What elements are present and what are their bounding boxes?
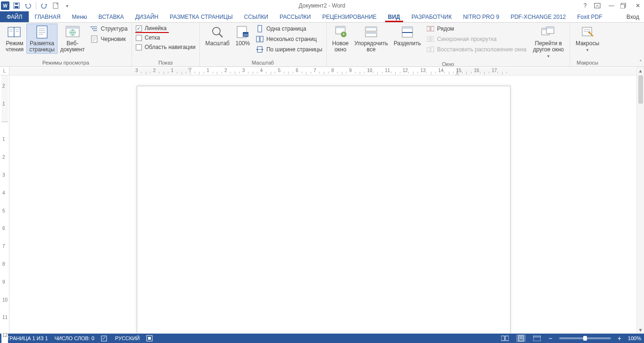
- page[interactable]: [137, 86, 511, 334]
- undo-button[interactable]: [24, 1, 32, 10]
- draft-label: Черновик: [101, 36, 126, 42]
- tab-pdfxchange[interactable]: PDF-XCHANGE 2012: [505, 11, 571, 22]
- view-read-mode-button[interactable]: [500, 335, 510, 342]
- ruler-checkbox[interactable]: ✓Линейка: [135, 24, 197, 32]
- read-mode-icon: [7, 24, 22, 40]
- one-page-icon: [256, 25, 264, 33]
- status-word-count[interactable]: ЧИСЛО СЛОВ: 0: [55, 335, 95, 341]
- draft-view-button[interactable]: Черновик: [90, 35, 129, 43]
- status-language[interactable]: РУССКИЙ: [115, 335, 140, 341]
- draft-icon: [91, 35, 98, 43]
- page-width-icon: [256, 46, 264, 53]
- nav-pane-checkbox[interactable]: Область навигации: [135, 43, 197, 51]
- tab-insert[interactable]: ВСТАВКА: [93, 11, 130, 22]
- zoom-out-button[interactable]: −: [548, 335, 552, 342]
- group-show: ✓Линейка Сетка Область навигации Показ: [132, 23, 200, 66]
- svg-rect-19: [66, 26, 79, 29]
- tab-file[interactable]: ФАЙЛ: [0, 11, 29, 22]
- zoom-100-button[interactable]: 100 100%: [232, 24, 253, 48]
- new-window-button[interactable]: + Новое окно: [330, 24, 352, 54]
- scroll-thumb[interactable]: [638, 75, 643, 104]
- side-by-side-icon: [427, 25, 434, 33]
- status-proofing[interactable]: [101, 335, 108, 342]
- ruler-corner[interactable]: L: [0, 67, 9, 75]
- window-controls: ? — ✕: [581, 2, 642, 9]
- tab-foxit[interactable]: Foxit PDF: [571, 11, 608, 22]
- close-button[interactable]: ✕: [634, 2, 642, 9]
- outline-label: Структура: [101, 25, 128, 32]
- document-canvas[interactable]: [9, 75, 636, 334]
- tab-developer[interactable]: РАЗРАБОТЧИК: [406, 11, 458, 22]
- app-word-icon[interactable]: W: [1, 1, 9, 10]
- svg-rect-1: [15, 6, 18, 8]
- tab-mailings[interactable]: РАССЫЛКИ: [274, 11, 316, 22]
- svg-rect-13: [37, 26, 47, 38]
- svg-rect-69: [148, 337, 151, 340]
- tab-design[interactable]: ДИЗАЙН: [130, 11, 164, 22]
- status-page[interactable]: СТРАНИЦА 1 ИЗ 1: [3, 335, 48, 341]
- scroll-down-button[interactable]: ▼: [637, 326, 644, 334]
- horizontal-ruler[interactable]: ▽ △ 3211234567891011121314151617: [9, 67, 636, 75]
- side-by-side-button[interactable]: Рядом: [426, 24, 527, 33]
- tab-menu[interactable]: Меню: [66, 11, 92, 22]
- collapse-ribbon-button[interactable]: ˄: [639, 59, 642, 65]
- switch-windows-button[interactable]: Перейти в другое окно ▼: [530, 24, 567, 60]
- web-layout-label: Веб- документ: [60, 41, 85, 53]
- vertical-scrollbar[interactable]: ▲ ▼: [636, 67, 644, 334]
- print-layout-button[interactable]: Разметка страницы: [26, 24, 58, 54]
- status-macro-icon[interactable]: [146, 335, 153, 342]
- minimize-button[interactable]: —: [607, 2, 616, 9]
- macros-button[interactable]: Макросы ▼: [573, 24, 602, 54]
- arrange-all-icon: [363, 24, 379, 40]
- svg-line-33: [219, 34, 223, 37]
- reset-pos-icon: [427, 46, 434, 53]
- arrange-all-button[interactable]: Упорядочить все: [352, 24, 391, 54]
- qat-customize-button[interactable]: ▾: [63, 1, 71, 10]
- zoom-button[interactable]: Масштаб: [203, 24, 232, 48]
- view-web-layout-button[interactable]: [532, 335, 542, 342]
- left-indent-marker[interactable]: ▽: [188, 67, 192, 72]
- print-layout-label: Разметка страницы: [29, 41, 55, 53]
- ribbon-display-button[interactable]: [594, 3, 603, 8]
- sign-in-link[interactable]: Вход: [622, 11, 644, 22]
- view-print-layout-button[interactable]: [516, 335, 526, 342]
- scroll-up-button[interactable]: ▲: [637, 67, 644, 74]
- restore-button[interactable]: [620, 3, 629, 8]
- read-mode-button[interactable]: Режим чтения: [3, 24, 26, 54]
- multi-page-label: Несколько страниц: [266, 36, 317, 42]
- switch-windows-icon: [541, 24, 556, 40]
- outline-view-button[interactable]: Структура: [90, 24, 129, 33]
- zoom-slider[interactable]: [559, 337, 611, 339]
- zoom-level[interactable]: 100%: [628, 335, 641, 341]
- redo-button[interactable]: [40, 1, 49, 10]
- web-layout-button[interactable]: Веб- документ: [58, 24, 88, 54]
- page-width-button[interactable]: По ширине страницы: [255, 45, 323, 54]
- svg-rect-70: [501, 336, 504, 341]
- zoom-in-button[interactable]: +: [618, 335, 621, 342]
- tab-references[interactable]: ССЫЛКИ: [239, 11, 274, 22]
- svg-rect-51: [402, 27, 413, 29]
- group-views-label: Режимы просмотра: [3, 59, 129, 66]
- multi-page-button[interactable]: Несколько страниц: [255, 35, 323, 43]
- help-button[interactable]: ?: [581, 2, 589, 9]
- tab-view[interactable]: ВИД: [382, 11, 406, 22]
- gridlines-checkbox[interactable]: Сетка: [135, 34, 197, 41]
- svg-rect-75: [533, 335, 541, 341]
- new-doc-button[interactable]: [51, 1, 60, 10]
- svg-point-32: [213, 27, 220, 35]
- tab-page-layout[interactable]: РАЗМЕТКА СТРАНИЦЫ: [164, 11, 239, 22]
- tab-nitro[interactable]: NITRO PRO 9: [457, 11, 505, 22]
- svg-point-27: [93, 30, 94, 31]
- vertical-ruler[interactable]: 21123456789101112: [0, 75, 9, 334]
- gridlines-label: Сетка: [145, 34, 160, 41]
- save-button[interactable]: [12, 1, 21, 10]
- page-width-label: По ширине страницы: [266, 46, 322, 53]
- split-label: Разделить: [394, 41, 421, 47]
- zoom-slider-knob[interactable]: [583, 336, 587, 341]
- tab-review[interactable]: РЕЦЕНЗИРОВАНИЕ: [316, 11, 382, 22]
- split-button[interactable]: Разделить: [391, 24, 424, 48]
- one-page-button[interactable]: Одна страница: [255, 24, 323, 33]
- tab-home[interactable]: ГЛАВНАЯ: [29, 11, 66, 22]
- group-document-views: Режим чтения Разметка страницы Веб- доку…: [0, 23, 132, 66]
- web-layout-icon: [65, 24, 80, 40]
